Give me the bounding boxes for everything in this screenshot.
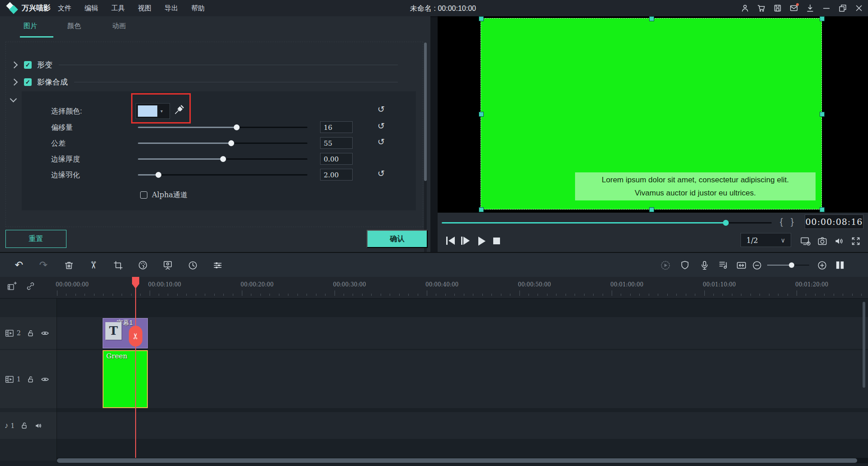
crop-icon[interactable] bbox=[112, 259, 124, 271]
minimize-icon[interactable] bbox=[821, 3, 832, 14]
checkbox-compositing[interactable]: ✓ bbox=[24, 78, 32, 86]
duration-icon[interactable] bbox=[187, 259, 198, 271]
play-icon[interactable] bbox=[478, 237, 486, 246]
link-icon[interactable] bbox=[25, 281, 36, 291]
unlock-icon[interactable] bbox=[20, 421, 28, 430]
adjust-icon[interactable] bbox=[212, 259, 223, 271]
tab-image[interactable]: 图片 bbox=[24, 22, 37, 30]
dual-panel-icon[interactable] bbox=[834, 259, 846, 271]
selection-handle[interactable] bbox=[820, 112, 825, 117]
green-video-clip[interactable]: Green bbox=[103, 350, 148, 408]
edge-thickness-slider-handle[interactable] bbox=[220, 156, 226, 162]
confirm-button[interactable]: 确认 bbox=[367, 230, 428, 248]
seek-bar[interactable] bbox=[442, 222, 772, 223]
audio-1-lane[interactable] bbox=[0, 412, 868, 439]
chevron-down-icon[interactable] bbox=[10, 95, 17, 102]
menu-export[interactable]: 导出 bbox=[165, 4, 178, 13]
undo-icon[interactable]: ↶ bbox=[13, 259, 25, 271]
reset-color-icon[interactable]: ↺ bbox=[376, 105, 386, 114]
cart-icon[interactable] bbox=[756, 3, 767, 14]
chevron-right-icon[interactable] bbox=[11, 78, 18, 86]
mail-icon[interactable] bbox=[788, 3, 799, 14]
download-icon[interactable] bbox=[805, 3, 816, 14]
selection-handle[interactable] bbox=[649, 16, 654, 21]
timeline-vscrollbar[interactable] bbox=[863, 302, 865, 388]
tolerance-slider[interactable] bbox=[138, 143, 307, 144]
tolerance-value[interactable]: 55 bbox=[320, 137, 353, 149]
mark-out-icon[interactable]: } bbox=[791, 217, 794, 227]
preview-stage[interactable]: Lorem ipsum dolor sit amet, consectetur … bbox=[438, 16, 868, 213]
panel-scrollbar-thumb[interactable] bbox=[424, 43, 427, 181]
color-palette-icon[interactable] bbox=[137, 259, 149, 271]
seek-handle[interactable] bbox=[723, 220, 729, 226]
render-settings-icon[interactable] bbox=[799, 235, 812, 247]
zoom-to-fit-icon[interactable] bbox=[736, 259, 747, 271]
close-icon[interactable] bbox=[854, 3, 864, 14]
alpha-channel-checkbox[interactable]: ✓ bbox=[140, 191, 147, 199]
checkbox-transform[interactable]: ✓ bbox=[24, 61, 32, 69]
timeline-hscrollbar-thumb[interactable] bbox=[57, 458, 857, 463]
next-frame-icon[interactable] bbox=[461, 237, 470, 245]
edge-thickness-slider[interactable] bbox=[138, 158, 307, 160]
eye-icon[interactable] bbox=[40, 375, 50, 384]
selection-handle[interactable] bbox=[820, 207, 825, 212]
section-transform[interactable]: ✓ 形变 bbox=[12, 59, 419, 71]
selection-handle[interactable] bbox=[479, 112, 484, 117]
volume-icon[interactable] bbox=[833, 235, 845, 247]
delete-icon[interactable] bbox=[63, 259, 75, 271]
user-icon[interactable] bbox=[740, 3, 750, 14]
preview-zoom-select[interactable]: 1/2 ∨ bbox=[741, 233, 791, 247]
playhead-line[interactable] bbox=[135, 288, 136, 458]
fullscreen-icon[interactable] bbox=[850, 235, 862, 247]
menu-edit[interactable]: 编辑 bbox=[85, 4, 98, 13]
edge-feather-slider[interactable] bbox=[138, 174, 307, 176]
alpha-channel-row[interactable]: ✓ Alpha通道 bbox=[140, 189, 188, 201]
unlock-icon[interactable] bbox=[26, 329, 35, 338]
zoom-in-icon[interactable] bbox=[816, 259, 828, 271]
offset-slider[interactable] bbox=[138, 127, 307, 128]
unlock-icon[interactable] bbox=[26, 375, 35, 384]
section-compositing[interactable]: ✓ 影像合成 bbox=[12, 76, 419, 88]
reset-edge-feather-icon[interactable]: ↺ bbox=[376, 169, 386, 179]
edge-thickness-value[interactable]: 0.00 bbox=[320, 153, 353, 165]
timeline-ruler[interactable]: 00:00:00:0000:00:10:0000:00:20:0000:00:3… bbox=[0, 277, 868, 299]
tab-animation[interactable]: 动画 bbox=[112, 22, 126, 30]
previous-frame-icon[interactable] bbox=[446, 237, 455, 245]
selection-handle[interactable] bbox=[820, 16, 825, 21]
selection-handle[interactable] bbox=[649, 207, 654, 212]
zoom-slider[interactable] bbox=[767, 265, 809, 266]
reset-offset-icon[interactable]: ↺ bbox=[376, 121, 386, 131]
zoom-slider-handle[interactable] bbox=[789, 262, 794, 268]
eye-icon[interactable] bbox=[40, 328, 50, 338]
menu-file[interactable]: 文件 bbox=[58, 4, 71, 13]
chevron-right-icon[interactable] bbox=[11, 61, 18, 68]
edge-feather-slider-handle[interactable] bbox=[156, 172, 161, 178]
marker-icon[interactable] bbox=[679, 259, 691, 271]
menu-tools[interactable]: 工具 bbox=[111, 4, 125, 13]
snapshot-icon[interactable] bbox=[816, 235, 828, 247]
menu-view[interactable]: 视图 bbox=[138, 4, 151, 13]
save-icon[interactable] bbox=[772, 3, 783, 14]
redo-icon[interactable]: ↷ bbox=[38, 259, 49, 271]
render-preview-icon[interactable] bbox=[660, 259, 671, 271]
offset-slider-handle[interactable] bbox=[234, 124, 240, 130]
zoom-out-icon[interactable] bbox=[751, 259, 763, 271]
split-scissors-icon[interactable]: ✂ bbox=[87, 259, 99, 271]
record-voiceover-icon[interactable] bbox=[698, 259, 710, 271]
audio-mixer-icon[interactable] bbox=[717, 259, 729, 271]
pip-icon[interactable] bbox=[162, 259, 174, 271]
restore-icon[interactable] bbox=[837, 3, 848, 14]
edge-feather-value[interactable]: 2.00 bbox=[320, 169, 353, 181]
reset-tolerance-icon[interactable]: ↺ bbox=[376, 137, 386, 147]
menu-help[interactable]: 帮助 bbox=[191, 4, 205, 13]
manage-tracks-icon[interactable] bbox=[6, 281, 18, 292]
selection-handle[interactable] bbox=[479, 16, 484, 21]
selection-handle[interactable] bbox=[479, 207, 484, 212]
timeline-hscrollbar[interactable] bbox=[57, 458, 868, 463]
offset-value[interactable]: 16 bbox=[320, 121, 353, 133]
mark-in-icon[interactable]: { bbox=[780, 217, 783, 227]
tab-color[interactable]: 颜色 bbox=[67, 22, 81, 30]
stop-icon[interactable] bbox=[493, 238, 500, 244]
green-screen-clip[interactable]: Lorem ipsum dolor sit amet, consectetur … bbox=[481, 18, 822, 209]
speaker-icon[interactable] bbox=[34, 421, 43, 430]
